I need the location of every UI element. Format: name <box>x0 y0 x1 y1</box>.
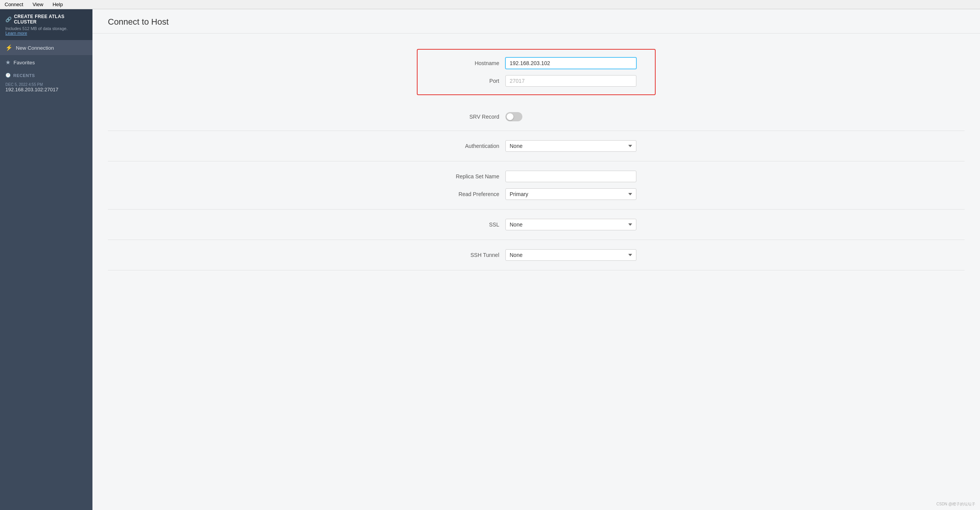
port-input[interactable] <box>505 75 636 87</box>
ssl-section: SSL None System CA / Atlas Deployment Se… <box>108 210 965 240</box>
app-body: 🔗 CREATE FREE ATLAS CLUSTER Includes 512… <box>0 9 980 510</box>
srv-toggle[interactable] <box>505 112 522 121</box>
ssh-tunnel-section: SSH Tunnel None Use Password Use Identit… <box>108 240 965 270</box>
main-content: Connect to Host Hostname Port <box>92 9 980 510</box>
favorites-label: Favorites <box>13 60 35 65</box>
atlas-banner: 🔗 CREATE FREE ATLAS CLUSTER Includes 512… <box>0 9 92 40</box>
recents-clock-icon: 🕐 <box>5 73 11 78</box>
ssl-select[interactable]: None System CA / Atlas Deployment Server… <box>505 219 636 230</box>
ssh-tunnel-label: SSH Tunnel <box>436 252 505 258</box>
srv-toggle-field <box>505 112 636 121</box>
srv-label: SRV Record <box>436 114 505 120</box>
hostname-input[interactable] <box>505 57 636 69</box>
atlas-learn-more-link[interactable]: Learn more <box>5 31 87 35</box>
port-row: Port <box>433 75 639 87</box>
port-label: Port <box>436 78 505 84</box>
read-preference-row: Read Preference Primary Primary Preferre… <box>108 188 965 200</box>
ssh-tunnel-field: None Use Password Use Identity File <box>505 249 636 261</box>
star-icon: ★ <box>5 59 10 66</box>
sidebar-item-new-connection[interactable]: ⚡ New Connection <box>0 40 92 55</box>
authentication-select[interactable]: None Username/Password SCRAM-SHA-256 X.5… <box>505 140 636 152</box>
menu-connect[interactable]: Connect <box>3 1 25 8</box>
recent-item[interactable]: DEC 5, 2022 4:55 PM 192.168.203.102:2701… <box>0 79 92 96</box>
read-preference-field: Primary Primary Preferred Secondary Seco… <box>505 188 636 200</box>
replica-set-input[interactable] <box>505 171 636 182</box>
replica-set-name-row: Replica Set Name <box>108 171 965 182</box>
replica-set-label: Replica Set Name <box>436 173 505 180</box>
page-header: Connect to Host <box>92 9 980 34</box>
recents-section-header: 🕐 RECENTS <box>0 70 92 79</box>
menu-help[interactable]: Help <box>51 1 64 8</box>
new-connection-label: New Connection <box>16 45 54 51</box>
read-preference-select[interactable]: Primary Primary Preferred Secondary Seco… <box>505 188 636 200</box>
authentication-row: Authentication None Username/Password SC… <box>108 140 965 152</box>
srv-row: SRV Record <box>108 112 965 121</box>
read-preference-label: Read Preference <box>436 191 505 197</box>
srv-record-section: SRV Record <box>108 103 965 131</box>
toggle-slider <box>505 112 522 121</box>
ssh-tunnel-select[interactable]: None Use Password Use Identity File <box>505 249 636 261</box>
ssl-field: None System CA / Atlas Deployment Server… <box>505 219 636 230</box>
form-container: Hostname Port SRV Record <box>92 34 980 278</box>
authentication-label: Authentication <box>436 143 505 149</box>
ssl-label: SSL <box>436 221 505 228</box>
port-field <box>505 75 636 87</box>
ssh-tunnel-row: SSH Tunnel None Use Password Use Identit… <box>108 249 965 261</box>
hostname-row: Hostname <box>433 57 639 69</box>
authentication-section: Authentication None Username/Password SC… <box>108 131 965 161</box>
atlas-banner-subtitle: Includes 512 MB of data storage. <box>5 26 87 31</box>
ssl-row: SSL None System CA / Atlas Deployment Se… <box>108 219 965 230</box>
host-port-box: Hostname Port <box>417 49 656 95</box>
menu-view[interactable]: View <box>31 1 45 8</box>
atlas-banner-title: 🔗 CREATE FREE ATLAS CLUSTER <box>5 14 87 25</box>
sidebar: 🔗 CREATE FREE ATLAS CLUSTER Includes 512… <box>0 9 92 510</box>
atlas-icon: 🔗 <box>5 17 12 22</box>
page-title: Connect to Host <box>108 17 965 27</box>
hostname-label: Hostname <box>436 60 505 66</box>
hostname-field <box>505 57 636 69</box>
sidebar-item-favorites[interactable]: ★ Favorites <box>0 55 92 70</box>
recent-host: 192.168.203.102:27017 <box>5 87 87 92</box>
authentication-field: None Username/Password SCRAM-SHA-256 X.5… <box>505 140 636 152</box>
recent-date: DEC 5, 2022 4:55 PM <box>5 82 87 87</box>
lightning-icon: ⚡ <box>5 44 13 51</box>
replica-set-field <box>505 171 636 182</box>
replica-section: Replica Set Name Read Preference Primary… <box>108 161 965 210</box>
watermark: CSDN @橙子的坛坛子 <box>936 502 975 507</box>
srv-toggle-wrapper <box>505 112 636 121</box>
menubar: Connect View Help <box>0 0 980 9</box>
